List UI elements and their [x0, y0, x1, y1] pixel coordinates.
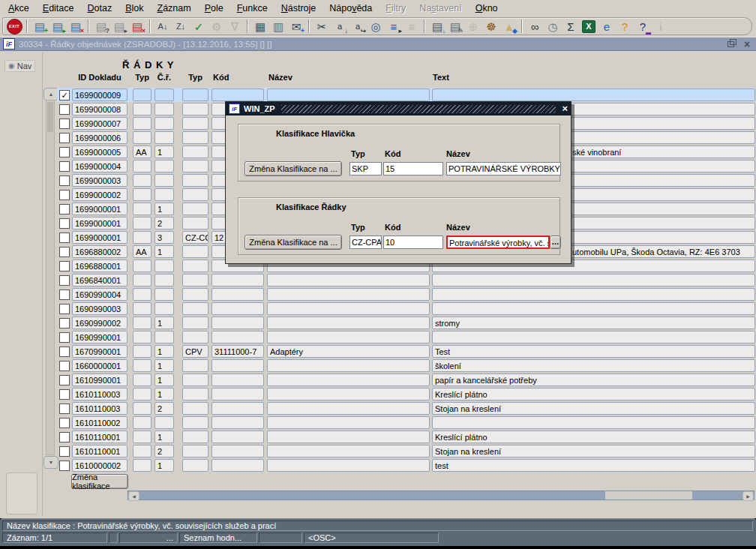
cell-ktyp[interactable] [182, 388, 208, 400]
row-checkbox[interactable]: ✓ [59, 90, 70, 100]
cell-nazev[interactable] [267, 388, 430, 400]
cell-cr[interactable]: 1 [154, 202, 174, 215]
row-checkbox[interactable] [59, 404, 70, 414]
delete-record-icon[interactable]: ▤× [67, 18, 85, 34]
cell-cr[interactable]: 1 [154, 430, 174, 443]
cell-ktyp[interactable] [182, 430, 208, 443]
cell-nazev[interactable] [267, 302, 430, 315]
row-checkbox[interactable] [59, 318, 70, 328]
cell-ktyp[interactable] [182, 174, 208, 187]
cell-id[interactable]: 1699000006 [72, 131, 128, 144]
cell-cr[interactable] [154, 117, 174, 130]
row-checkbox[interactable] [59, 375, 70, 386]
cell-id[interactable]: 1690990003 [72, 302, 128, 315]
cell-id[interactable]: 1610110002 [72, 416, 128, 429]
row-checkbox[interactable] [59, 232, 70, 243]
cell-ktyp[interactable] [182, 459, 208, 472]
cell-kod[interactable] [212, 430, 264, 443]
sum-icon[interactable]: Σ [562, 18, 580, 34]
cell-id[interactable]: 1696840001 [72, 274, 128, 286]
cell-ktyp[interactable] [182, 202, 208, 215]
cell-text[interactable]: Kreslící plátno [432, 430, 755, 443]
cell-cr[interactable]: 2 [154, 402, 174, 415]
cell-ktyp[interactable] [182, 402, 208, 415]
cell-typ[interactable] [133, 416, 152, 429]
cell-ktyp[interactable] [182, 274, 208, 286]
cell-id[interactable]: 1610110001 [72, 445, 128, 458]
cell-cr[interactable]: 1 [154, 146, 174, 158]
row-checkbox[interactable] [59, 118, 70, 129]
binoculars-icon[interactable]: ∞ [526, 18, 544, 34]
cell-id[interactable]: 1690990004 [72, 288, 128, 301]
row-typ-field[interactable]: CZ-CPA [350, 236, 382, 249]
change-row-classification-button[interactable]: Změna Klasifikace na ... [244, 235, 342, 250]
cell-ktyp[interactable] [182, 117, 208, 130]
header-typ-field[interactable]: SKP [350, 162, 382, 176]
cell-id[interactable]: 1699000007 [72, 117, 128, 130]
cut-icon[interactable]: ✂ [313, 18, 331, 34]
row-checkbox[interactable] [59, 275, 70, 286]
cell-cr[interactable]: 1 [154, 459, 174, 472]
cell-ktyp[interactable] [182, 316, 208, 329]
helm-icon[interactable]: ☸ [482, 18, 500, 34]
cell-typ[interactable] [133, 117, 152, 130]
cell-typ[interactable] [133, 374, 152, 386]
cell-ktyp[interactable] [182, 188, 208, 201]
menu-pole[interactable]: Pole [198, 2, 230, 15]
cell-text[interactable]: stromy [432, 316, 755, 329]
cell-typ[interactable] [133, 430, 152, 443]
row-checkbox[interactable] [59, 361, 70, 371]
cell-typ[interactable] [133, 402, 152, 415]
list-of-values-icon[interactable]: ≡▸ [385, 18, 403, 34]
sort-descending-icon[interactable]: Z↓ [172, 18, 190, 34]
close-button[interactable]: × [741, 39, 753, 50]
row-checkbox[interactable] [59, 104, 70, 115]
row-nazev-field[interactable]: Potravinářské výrobky, vč. so [446, 236, 550, 249]
cell-nazev[interactable]: Adaptéry [267, 345, 430, 358]
cell-typ[interactable] [133, 345, 152, 358]
cell-kod[interactable] [212, 331, 264, 344]
cell-text[interactable]: papír a kancelářské potřeby [432, 374, 755, 386]
cell-typ[interactable] [133, 459, 152, 472]
cell-cr[interactable]: 2 [154, 445, 174, 458]
user-help-icon[interactable]: ? [616, 18, 634, 34]
cell-text[interactable]: Kreslící plátno [432, 388, 755, 400]
menu-editace[interactable]: Editace [36, 2, 81, 15]
cell-text[interactable] [432, 274, 755, 286]
cell-ktyp[interactable] [182, 146, 208, 158]
cell-typ[interactable] [133, 288, 152, 301]
cell-cr[interactable]: 1 [154, 388, 174, 400]
excel-export-icon[interactable]: X [580, 18, 598, 34]
cell-ktyp[interactable] [182, 88, 208, 101]
cell-nazev[interactable] [267, 402, 430, 415]
cell-typ[interactable] [133, 274, 152, 286]
cell-id[interactable]: 1699000004 [72, 160, 128, 172]
cell-nazev[interactable] [267, 274, 430, 286]
cell-kod[interactable] [212, 88, 264, 101]
cell-nazev[interactable] [267, 88, 430, 101]
cell-ktyp[interactable] [182, 331, 208, 344]
cell-cr[interactable]: 3 [154, 231, 174, 244]
cell-id[interactable]: 1690990001 [72, 331, 128, 344]
cell-id[interactable]: 1670990001 [72, 345, 128, 358]
cell-kod[interactable] [212, 388, 264, 400]
row-checkbox[interactable] [59, 290, 70, 300]
sort-ascending-icon[interactable]: A↓ [154, 18, 172, 34]
cell-ktyp[interactable] [182, 416, 208, 429]
scroll-right-button[interactable]: ▶ [742, 491, 754, 501]
import-document-icon[interactable]: ▤↓ [428, 18, 446, 34]
cell-cr[interactable]: 1 [154, 374, 174, 386]
cell-text[interactable]: Stojan na kreslení [432, 402, 755, 415]
cell-id[interactable]: 1699000001 [72, 217, 128, 230]
cell-typ[interactable]: AA [133, 245, 152, 258]
cell-kod[interactable] [212, 374, 264, 386]
cell-cr[interactable] [154, 302, 174, 315]
cell-nazev[interactable] [267, 316, 430, 329]
cell-typ[interactable] [133, 331, 152, 344]
cell-ktyp[interactable]: CZ-CC [182, 231, 208, 244]
row-checkbox[interactable] [59, 346, 70, 357]
cell-ktyp[interactable] [182, 374, 208, 386]
restore-button[interactable] [724, 39, 736, 50]
browser-icon[interactable]: e [598, 18, 616, 34]
cell-kod[interactable] [212, 359, 264, 372]
